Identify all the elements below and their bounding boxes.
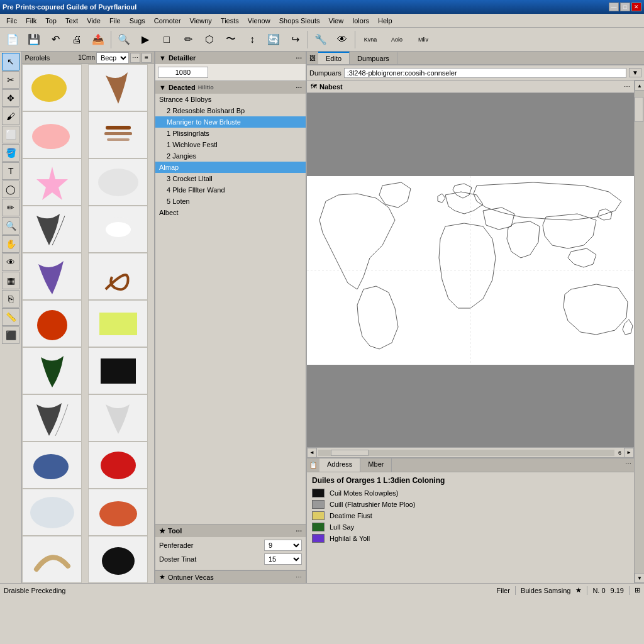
panel-options-button[interactable]: ⋯ bbox=[130, 53, 140, 63]
brush-cell-10[interactable] bbox=[88, 253, 148, 300]
tool-header[interactable]: ★ Tool ⋯ bbox=[155, 525, 306, 537]
save-button[interactable]: 💾 bbox=[24, 30, 44, 50]
move-tool[interactable]: ✥ bbox=[2, 89, 19, 107]
deacted-options-icon[interactable]: ⋯ bbox=[296, 84, 302, 91]
ontuner-options-icon[interactable]: ⋯ bbox=[296, 574, 302, 580]
vscroll-up-button[interactable]: ▲ bbox=[635, 80, 644, 91]
menu-vide[interactable]: Vide bbox=[83, 16, 104, 26]
hand-tool[interactable]: ✋ bbox=[2, 235, 19, 253]
address-go-button[interactable]: ▼ bbox=[629, 68, 641, 77]
hscroll-thumb[interactable] bbox=[331, 450, 369, 456]
path-tool[interactable]: ✏ bbox=[2, 199, 19, 216]
brush-type-select[interactable]: Becp bbox=[96, 52, 129, 64]
brush-cell-21[interactable] bbox=[22, 536, 82, 583]
minimize-button[interactable]: — bbox=[609, 3, 619, 11]
menu-text[interactable]: Text bbox=[62, 16, 82, 26]
menu-iolors[interactable]: Iolors bbox=[348, 16, 373, 26]
vscroll-track[interactable] bbox=[635, 91, 644, 573]
panel-menu-button[interactable]: ≡ bbox=[142, 53, 152, 63]
hex-button[interactable]: ⬡ bbox=[199, 30, 219, 50]
mliv-button[interactable]: Mliv bbox=[411, 30, 436, 50]
layer-tool[interactable]: ⬛ bbox=[2, 326, 19, 344]
brush-cell-3[interactable] bbox=[22, 111, 82, 158]
layer-item-6[interactable]: 2 Jangies bbox=[155, 150, 306, 162]
pen-button[interactable]: ✏ bbox=[178, 30, 198, 50]
brush-cell-7[interactable] bbox=[22, 206, 82, 253]
brush-cell-12[interactable] bbox=[88, 300, 148, 347]
detailler-input[interactable]: 1080 bbox=[158, 67, 208, 78]
brush-cell-19[interactable] bbox=[22, 489, 82, 536]
layer-item-4[interactable]: 1 Plissingrlats bbox=[155, 128, 306, 139]
undo-button[interactable]: ↶ bbox=[45, 30, 65, 50]
zoom-tool[interactable]: 🔍 bbox=[2, 217, 19, 235]
clone-tool[interactable]: ⎘ bbox=[2, 290, 19, 308]
eye-tool[interactable]: 👁 bbox=[2, 253, 19, 271]
hscroll-right-button[interactable]: ► bbox=[624, 448, 634, 458]
tab-edito[interactable]: Edito bbox=[318, 52, 350, 64]
layer-item-10[interactable]: 5 Loten bbox=[155, 196, 306, 207]
penferader-select[interactable]: 9 bbox=[264, 540, 302, 551]
layer-item-3[interactable]: Manriger to New Brluste bbox=[155, 116, 306, 128]
curve-button[interactable]: ↪ bbox=[285, 30, 305, 50]
bottom-panel-options-icon[interactable]: ⋯ bbox=[623, 458, 634, 472]
kvna-button[interactable]: Kvna bbox=[358, 30, 383, 50]
export-button[interactable]: 📤 bbox=[88, 30, 108, 50]
hscroll-track[interactable] bbox=[318, 450, 614, 456]
menu-filc[interactable]: Filc bbox=[3, 16, 21, 26]
address-input[interactable]: :3l248-pbloigroner:coosih-connseler bbox=[344, 68, 626, 78]
menu-tiests[interactable]: Tiests bbox=[217, 16, 243, 26]
settings-button[interactable]: 🔧 bbox=[311, 30, 331, 50]
layer-item-8[interactable]: 3 Crocket Lltall bbox=[155, 173, 306, 184]
menu-top[interactable]: Top bbox=[42, 16, 60, 26]
aoio-button[interactable]: Aoio bbox=[384, 30, 409, 50]
canvas-area[interactable] bbox=[307, 93, 634, 447]
close-button[interactable]: ✕ bbox=[631, 3, 641, 11]
layer-item-9[interactable]: 4 Plde Flllter Wand bbox=[155, 184, 306, 196]
view-button[interactable]: 👁 bbox=[332, 30, 352, 50]
select-tool[interactable]: ↖ bbox=[2, 53, 19, 70]
bottom-tab-address[interactable]: Address bbox=[319, 458, 360, 472]
crop-tool[interactable]: ✂ bbox=[2, 71, 19, 89]
brush-cell-13[interactable] bbox=[22, 347, 82, 394]
menu-cornoter[interactable]: Cornoter bbox=[150, 16, 185, 26]
vscroll-thumb[interactable] bbox=[635, 97, 643, 122]
menu-vienow[interactable]: Vienow bbox=[244, 16, 274, 26]
bottom-tab-mber[interactable]: Mber bbox=[360, 458, 392, 472]
brush-cell-6[interactable] bbox=[88, 158, 148, 206]
brush-cell-4[interactable] bbox=[88, 111, 148, 158]
brush-cell-17[interactable] bbox=[22, 441, 82, 489]
zoom-button[interactable]: 🔍 bbox=[114, 30, 134, 50]
deacted-header[interactable]: ▼ Deacted Hilitio ⋯ bbox=[155, 81, 306, 94]
detailler-header[interactable]: ▼ Detailler ⋯ bbox=[155, 52, 306, 64]
brush-cell-18[interactable] bbox=[88, 441, 148, 489]
fill-tool[interactable]: 🪣 bbox=[2, 144, 19, 162]
brush-cell-16[interactable] bbox=[88, 394, 148, 441]
menu-filk[interactable]: Filk bbox=[22, 16, 40, 26]
menu-help[interactable]: Help bbox=[374, 16, 396, 26]
shape-tool[interactable]: ◯ bbox=[2, 180, 19, 198]
layer-item-7[interactable]: Almap bbox=[155, 162, 306, 173]
menu-shops[interactable]: Shops Sieuts bbox=[275, 16, 324, 26]
menu-file[interactable]: File bbox=[106, 16, 125, 26]
text-tool[interactable]: T bbox=[2, 162, 19, 180]
brush-cell-1[interactable] bbox=[22, 64, 82, 111]
rect-button[interactable]: □ bbox=[157, 30, 177, 50]
layer-item-1[interactable]: Strance 4 Blobys bbox=[155, 94, 306, 105]
menu-sugs[interactable]: Sugs bbox=[126, 16, 149, 26]
wave-button[interactable]: 〜 bbox=[221, 30, 241, 50]
brush-cell-20[interactable] bbox=[88, 489, 148, 536]
tool-options-icon[interactable]: ⋯ bbox=[296, 528, 302, 535]
eraser-tool[interactable]: ⬜ bbox=[2, 126, 19, 143]
layer-item-5[interactable]: 1 Wichlove Festl bbox=[155, 139, 306, 150]
vscroll-down-button[interactable]: ▼ bbox=[635, 573, 644, 583]
menu-viewny[interactable]: Viewny bbox=[186, 16, 216, 26]
print-button[interactable]: 🖨 bbox=[67, 30, 87, 50]
menu-view[interactable]: View bbox=[325, 16, 348, 26]
detailler-options-icon[interactable]: ⋯ bbox=[296, 55, 302, 62]
arrow-button[interactable]: ↕ bbox=[242, 30, 262, 50]
brush-tool[interactable]: 🖌 bbox=[2, 108, 19, 125]
canvas-options-icon[interactable]: ⋯ bbox=[624, 83, 630, 90]
brush-scroll-area[interactable] bbox=[22, 64, 154, 583]
rotate-button[interactable]: 🔄 bbox=[264, 30, 284, 50]
brush-cell-22[interactable] bbox=[88, 536, 148, 583]
